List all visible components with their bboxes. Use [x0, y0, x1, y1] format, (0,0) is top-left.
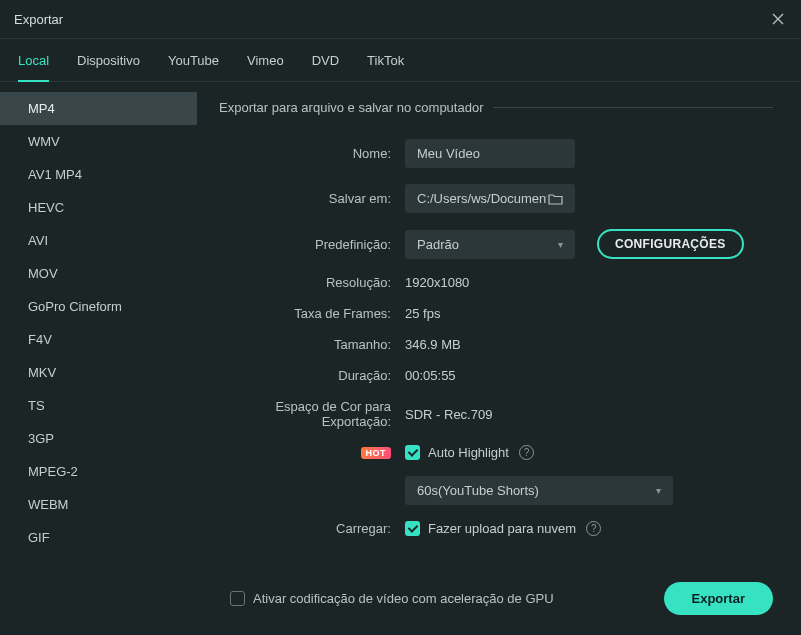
gpu-checkbox[interactable]: [230, 591, 245, 606]
tab-local[interactable]: Local: [18, 53, 49, 82]
hot-badge: HOT: [361, 447, 392, 459]
save-path-input[interactable]: C:/Users/ws/Documents: [405, 184, 575, 213]
window-title: Exportar: [14, 12, 63, 27]
resolution-label: Resolução:: [219, 275, 405, 290]
row-auto-highlight: HOT Auto Highlight ?: [219, 445, 773, 460]
format-item-mp3[interactable]: MP3: [0, 554, 197, 566]
row-name: Nome: Meu Vídeo: [219, 139, 773, 168]
format-item-av1mp4[interactable]: AV1 MP4: [0, 158, 197, 191]
help-icon[interactable]: ?: [586, 521, 601, 536]
auto-highlight-checkbox[interactable]: [405, 445, 420, 460]
format-item-avi[interactable]: AVI: [0, 224, 197, 257]
gpu-toggle-row[interactable]: Ativar codificação de vídeo com aceleraç…: [230, 591, 554, 606]
row-resolution: Resolução: 1920x1080: [219, 275, 773, 290]
size-value: 346.9 MB: [405, 337, 461, 352]
colorspace-value: SDR - Rec.709: [405, 407, 492, 422]
row-duration: Duração: 00:05:55: [219, 368, 773, 383]
main-panel: Exportar para arquivo e salvar no comput…: [197, 82, 801, 566]
name-input[interactable]: Meu Vídeo: [405, 139, 575, 168]
upload-checkbox[interactable]: [405, 521, 420, 536]
row-size: Tamanho: 346.9 MB: [219, 337, 773, 352]
row-colorspace: Espaço de Cor para Exportação: SDR - Rec…: [219, 399, 773, 429]
row-auto-highlight-option: 60s(YouTube Shorts) ▾: [219, 476, 773, 505]
resolution-value: 1920x1080: [405, 275, 469, 290]
format-sidebar: MP4 WMV AV1 MP4 HEVC AVI MOV GoPro Cinef…: [0, 82, 197, 566]
preset-value: Padrão: [417, 237, 459, 252]
format-item-gif[interactable]: GIF: [0, 521, 197, 554]
upload-text: Fazer upload para nuvem: [428, 521, 576, 536]
format-item-3gp[interactable]: 3GP: [0, 422, 197, 455]
format-item-hevc[interactable]: HEVC: [0, 191, 197, 224]
help-icon[interactable]: ?: [519, 445, 534, 460]
folder-icon[interactable]: [548, 193, 563, 205]
row-fps: Taxa de Frames: 25 fps: [219, 306, 773, 321]
footer: Ativar codificação de vídeo com aceleraç…: [0, 566, 801, 635]
format-item-f4v[interactable]: F4V: [0, 323, 197, 356]
format-item-mov[interactable]: MOV: [0, 257, 197, 290]
auto-highlight-select[interactable]: 60s(YouTube Shorts) ▾: [405, 476, 673, 505]
export-dialog: Exportar Local Dispositivo YouTube Vimeo…: [0, 0, 801, 635]
fps-value: 25 fps: [405, 306, 440, 321]
section-header: Exportar para arquivo e salvar no comput…: [219, 100, 773, 115]
size-label: Tamanho:: [219, 337, 405, 352]
preset-label: Predefinição:: [219, 237, 405, 252]
settings-button[interactable]: CONFIGURAÇÕES: [597, 229, 744, 259]
name-label: Nome:: [219, 146, 405, 161]
tab-vimeo[interactable]: Vimeo: [247, 53, 284, 81]
format-item-mpeg2[interactable]: MPEG-2: [0, 455, 197, 488]
save-path-value: C:/Users/ws/Documents: [417, 191, 547, 206]
auto-highlight-label: Auto Highlight: [428, 445, 509, 460]
divider: [493, 107, 773, 108]
preset-select[interactable]: Padrão ▾: [405, 230, 575, 259]
section-title: Exportar para arquivo e salvar no comput…: [219, 100, 483, 115]
duration-value: 00:05:55: [405, 368, 456, 383]
export-button[interactable]: Exportar: [664, 582, 773, 615]
format-item-wmv[interactable]: WMV: [0, 125, 197, 158]
save-label: Salvar em:: [219, 191, 405, 206]
gpu-label: Ativar codificação de vídeo com aceleraç…: [253, 591, 554, 606]
chevron-down-icon: ▾: [656, 485, 661, 496]
close-icon[interactable]: [769, 10, 787, 28]
colorspace-label: Espaço de Cor para Exportação:: [219, 399, 405, 429]
row-save: Salvar em: C:/Users/ws/Documents: [219, 184, 773, 213]
tabs: Local Dispositivo YouTube Vimeo DVD TikT…: [0, 39, 801, 82]
dialog-body: MP4 WMV AV1 MP4 HEVC AVI MOV GoPro Cinef…: [0, 82, 801, 566]
row-preset: Predefinição: Padrão ▾ CONFIGURAÇÕES: [219, 229, 773, 259]
format-item-webm[interactable]: WEBM: [0, 488, 197, 521]
tab-tiktok[interactable]: TikTok: [367, 53, 404, 81]
tab-youtube[interactable]: YouTube: [168, 53, 219, 81]
format-item-mp4[interactable]: MP4: [0, 92, 197, 125]
tab-dispositivo[interactable]: Dispositivo: [77, 53, 140, 81]
chevron-down-icon: ▾: [558, 239, 563, 250]
format-item-ts[interactable]: TS: [0, 389, 197, 422]
auto-highlight-option-value: 60s(YouTube Shorts): [417, 483, 539, 498]
format-item-gopro[interactable]: GoPro Cineform: [0, 290, 197, 323]
duration-label: Duração:: [219, 368, 405, 383]
row-upload: Carregar: Fazer upload para nuvem ?: [219, 521, 773, 536]
upload-label: Carregar:: [219, 521, 405, 536]
tab-dvd[interactable]: DVD: [312, 53, 339, 81]
fps-label: Taxa de Frames:: [219, 306, 405, 321]
titlebar: Exportar: [0, 0, 801, 39]
format-item-mkv[interactable]: MKV: [0, 356, 197, 389]
